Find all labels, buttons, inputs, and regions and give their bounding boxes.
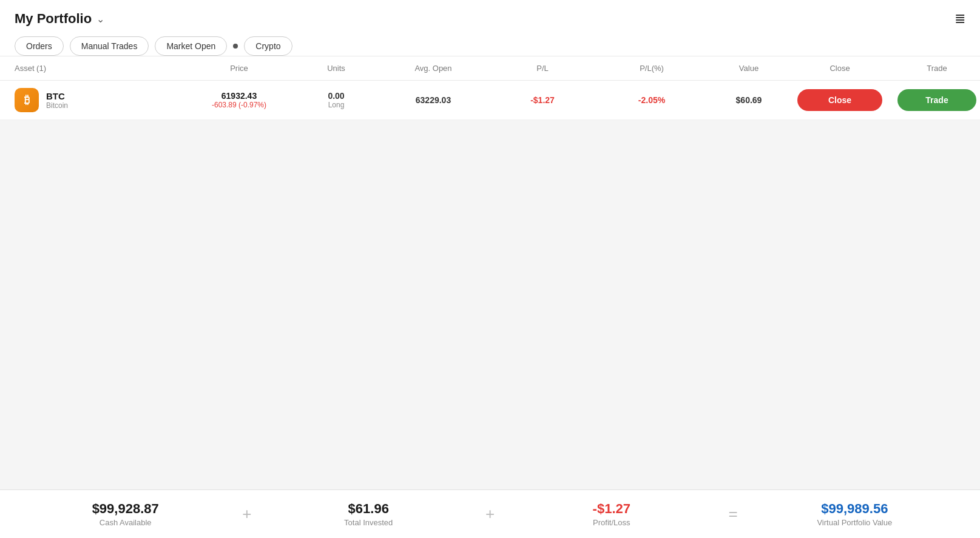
tab-market-open[interactable]: Market Open <box>155 36 227 56</box>
total-invested: $61.96 Total Invested <box>258 501 479 527</box>
asset-name: Bitcoin <box>46 101 68 110</box>
units-cell: 0.00 Long <box>294 91 379 109</box>
total-invested-value: $61.96 <box>258 501 479 517</box>
table-header: Asset (1) Price Units Avg. Open P/L P/L(… <box>0 56 980 81</box>
profit-loss: -$1.27 Profit/Loss <box>501 501 722 527</box>
profit-loss-value: -$1.27 <box>501 501 722 517</box>
value-cell: $60.69 <box>706 95 791 105</box>
page-title: My Portfolio <box>15 11 92 27</box>
trade-cell: Trade <box>888 89 980 111</box>
table-row: ₿ BTC Bitcoin 61932.43 -603.89 (-0.97%) … <box>0 81 980 120</box>
tab-manual-trades[interactable]: Manual Trades <box>70 36 149 56</box>
pl-value: -$1.27 <box>488 95 597 105</box>
trade-button[interactable]: Trade <box>897 89 976 111</box>
tab-crypto[interactable]: Crypto <box>244 36 292 56</box>
virtual-portfolio-value: $99,989.56 <box>744 501 965 517</box>
close-cell: Close <box>791 89 888 111</box>
tab-orders[interactable]: Orders <box>15 36 64 56</box>
virtual-portfolio-label: Virtual Portfolio Value <box>744 518 965 527</box>
col-units: Units <box>294 64 379 73</box>
price-main: 61932.43 <box>184 91 294 101</box>
header-top: My Portfolio ⌄ ≣ <box>15 11 965 27</box>
plus-icon-1: + <box>236 505 257 523</box>
tabs-row: Orders Manual Trades Market Open Crypto <box>15 36 965 56</box>
close-button[interactable]: Close <box>797 89 882 111</box>
price-change: -603.89 (-0.97%) <box>184 101 294 109</box>
col-value: Value <box>706 64 791 73</box>
avg-open-value: 63229.03 <box>379 95 488 105</box>
units-type: Long <box>294 101 379 109</box>
profit-loss-label: Profit/Loss <box>501 518 722 527</box>
col-pl-pct: P/L(%) <box>597 64 706 73</box>
asset-info: BTC Bitcoin <box>46 91 68 110</box>
col-price: Price <box>184 64 294 73</box>
title-area: My Portfolio ⌄ <box>15 11 104 27</box>
btc-icon: ₿ <box>15 88 39 112</box>
btc-letter: ₿ <box>24 94 30 107</box>
main-content: Asset (1) Price Units Avg. Open P/L P/L(… <box>0 56 980 489</box>
total-invested-label: Total Invested <box>258 518 479 527</box>
cash-available-value: $99,928.87 <box>15 501 236 517</box>
asset-cell: ₿ BTC Bitcoin <box>15 88 184 112</box>
col-avg-open: Avg. Open <box>379 64 488 73</box>
col-pl: P/L <box>488 64 597 73</box>
col-trade: Trade <box>888 64 980 73</box>
bars-icon[interactable]: ≣ <box>955 11 965 27</box>
active-dot <box>233 44 238 49</box>
cash-available: $99,928.87 Cash Available <box>15 501 236 527</box>
footer: $99,928.87 Cash Available + $61.96 Total… <box>0 489 980 538</box>
price-cell: 61932.43 -603.89 (-0.97%) <box>184 91 294 109</box>
virtual-portfolio: $99,989.56 Virtual Portfolio Value <box>744 501 965 527</box>
pl-pct-value: -2.05% <box>597 95 706 105</box>
asset-symbol: BTC <box>46 91 68 101</box>
equals-icon: = <box>722 505 743 523</box>
col-close: Close <box>791 64 888 73</box>
col-asset: Asset (1) <box>15 64 184 73</box>
header: My Portfolio ⌄ ≣ Orders Manual Trades Ma… <box>0 0 980 56</box>
cash-available-label: Cash Available <box>15 518 236 527</box>
plus-icon-2: + <box>479 505 501 523</box>
units-main: 0.00 <box>294 91 379 101</box>
chevron-down-icon[interactable]: ⌄ <box>96 13 104 25</box>
